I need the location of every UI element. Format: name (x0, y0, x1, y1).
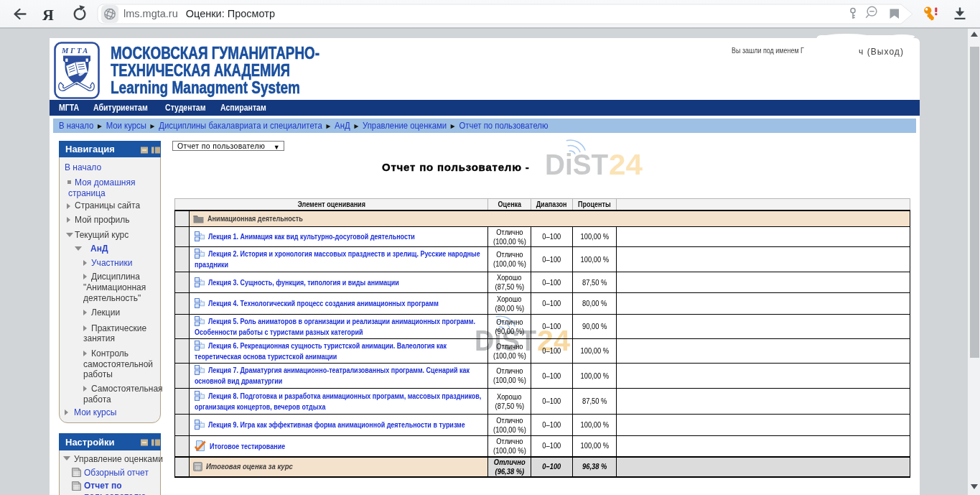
svg-text:Я: Я (42, 6, 54, 24)
svg-text:DiST: DiST (475, 324, 536, 356)
svg-text:DiST: DiST (545, 148, 608, 180)
svg-text:МГТА: МГТА (61, 47, 90, 55)
svg-text:24: 24 (537, 324, 570, 356)
svg-text:24: 24 (609, 148, 643, 180)
